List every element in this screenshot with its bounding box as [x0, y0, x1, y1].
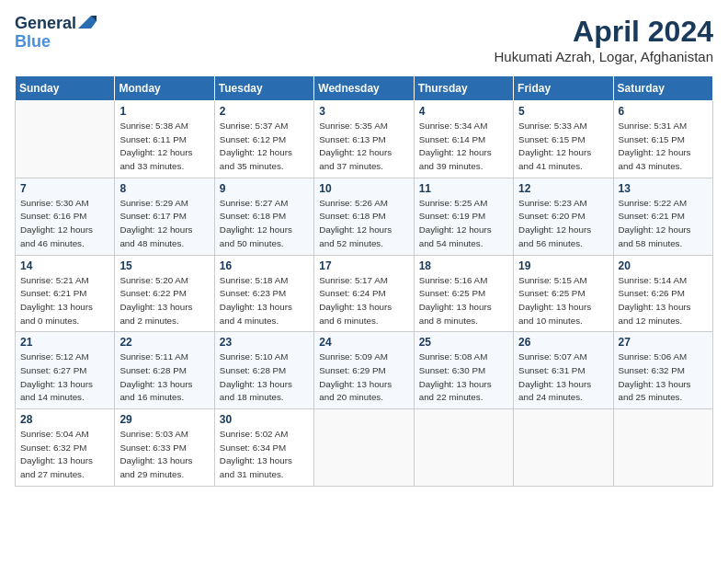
day-info: Sunrise: 5:22 AMSunset: 6:21 PMDaylight:…	[619, 197, 708, 251]
day-number: 22	[119, 336, 209, 349]
day-number: 25	[419, 336, 508, 349]
day-number: 11	[419, 182, 508, 195]
day-number: 13	[619, 182, 708, 195]
month-title: April 2024	[495, 15, 713, 49]
day-info: Sunrise: 5:14 AMSunset: 6:26 PMDaylight:…	[619, 274, 708, 328]
day-info: Sunrise: 5:25 AMSunset: 6:19 PMDaylight:…	[419, 197, 508, 251]
weekday-header-friday: Friday	[514, 76, 613, 101]
calendar-cell	[514, 409, 613, 487]
calendar-cell: 15Sunrise: 5:20 AMSunset: 6:22 PMDayligh…	[115, 255, 214, 332]
calendar-cell	[414, 409, 513, 487]
calendar-cell: 18Sunrise: 5:16 AMSunset: 6:25 PMDayligh…	[414, 255, 513, 332]
calendar-cell: 11Sunrise: 5:25 AMSunset: 6:19 PMDayligh…	[414, 178, 513, 255]
weekday-header-monday: Monday	[115, 76, 214, 101]
calendar-cell: 14Sunrise: 5:21 AMSunset: 6:21 PMDayligh…	[16, 255, 115, 332]
day-number: 2	[220, 105, 309, 118]
day-number: 27	[619, 336, 708, 349]
calendar-cell: 1Sunrise: 5:38 AMSunset: 6:11 PMDaylight…	[115, 101, 214, 178]
calendar-cell: 12Sunrise: 5:23 AMSunset: 6:20 PMDayligh…	[514, 178, 613, 255]
calendar-cell: 9Sunrise: 5:27 AMSunset: 6:18 PMDaylight…	[214, 178, 313, 255]
day-info: Sunrise: 5:16 AMSunset: 6:25 PMDaylight:…	[419, 274, 508, 328]
day-number: 3	[319, 105, 408, 118]
day-number: 23	[220, 336, 309, 349]
calendar-cell: 4Sunrise: 5:34 AMSunset: 6:14 PMDaylight…	[414, 101, 513, 178]
calendar-cell: 28Sunrise: 5:04 AMSunset: 6:32 PMDayligh…	[16, 409, 115, 487]
day-info: Sunrise: 5:26 AMSunset: 6:18 PMDaylight:…	[319, 197, 408, 251]
day-number: 4	[419, 105, 508, 118]
day-number: 1	[119, 105, 209, 118]
calendar-cell: 13Sunrise: 5:22 AMSunset: 6:21 PMDayligh…	[613, 178, 712, 255]
calendar-cell: 3Sunrise: 5:35 AMSunset: 6:13 PMDaylight…	[314, 101, 414, 178]
day-number: 26	[518, 336, 608, 349]
calendar-cell	[613, 409, 712, 487]
day-info: Sunrise: 5:10 AMSunset: 6:28 PMDaylight:…	[220, 350, 309, 405]
calendar-cell: 10Sunrise: 5:26 AMSunset: 6:18 PMDayligh…	[314, 178, 414, 255]
day-number: 18	[419, 259, 508, 272]
day-info: Sunrise: 5:31 AMSunset: 6:15 PMDaylight:…	[619, 120, 708, 174]
day-info: Sunrise: 5:21 AMSunset: 6:21 PMDaylight:…	[20, 274, 109, 328]
day-number: 28	[20, 413, 109, 426]
day-number: 29	[119, 413, 209, 426]
weekday-header-sunday: Sunday	[16, 76, 115, 101]
day-number: 30	[220, 413, 309, 426]
day-info: Sunrise: 5:34 AMSunset: 6:14 PMDaylight:…	[419, 120, 508, 174]
calendar-cell: 27Sunrise: 5:06 AMSunset: 6:32 PMDayligh…	[613, 332, 712, 409]
calendar-cell	[16, 101, 115, 178]
weekday-header-tuesday: Tuesday	[214, 76, 313, 101]
calendar-cell: 8Sunrise: 5:29 AMSunset: 6:17 PMDaylight…	[115, 178, 214, 255]
calendar-cell: 22Sunrise: 5:11 AMSunset: 6:28 PMDayligh…	[115, 332, 214, 409]
day-number: 20	[619, 259, 708, 272]
calendar-cell: 17Sunrise: 5:17 AMSunset: 6:24 PMDayligh…	[314, 255, 414, 332]
weekday-header-wednesday: Wednesday	[314, 76, 414, 101]
calendar-cell: 29Sunrise: 5:03 AMSunset: 6:33 PMDayligh…	[115, 409, 214, 487]
day-number: 14	[20, 259, 109, 272]
calendar-cell: 24Sunrise: 5:09 AMSunset: 6:29 PMDayligh…	[314, 332, 414, 409]
day-info: Sunrise: 5:38 AMSunset: 6:11 PMDaylight:…	[119, 120, 209, 174]
day-number: 17	[319, 259, 408, 272]
day-info: Sunrise: 5:29 AMSunset: 6:17 PMDaylight:…	[119, 197, 209, 251]
day-number: 12	[518, 182, 608, 195]
day-info: Sunrise: 5:30 AMSunset: 6:16 PMDaylight:…	[20, 197, 109, 251]
page-header: General Blue April 2024 Hukumati Azrah, …	[15, 15, 713, 64]
day-info: Sunrise: 5:11 AMSunset: 6:28 PMDaylight:…	[119, 350, 209, 405]
calendar-table: SundayMondayTuesdayWednesdayThursdayFrid…	[15, 75, 713, 487]
day-info: Sunrise: 5:06 AMSunset: 6:32 PMDaylight:…	[619, 350, 708, 405]
day-info: Sunrise: 5:15 AMSunset: 6:25 PMDaylight:…	[518, 274, 608, 328]
calendar-cell	[314, 409, 414, 487]
day-number: 16	[220, 259, 309, 272]
day-info: Sunrise: 5:08 AMSunset: 6:30 PMDaylight:…	[419, 350, 508, 405]
day-info: Sunrise: 5:27 AMSunset: 6:18 PMDaylight:…	[220, 197, 309, 251]
day-info: Sunrise: 5:17 AMSunset: 6:24 PMDaylight:…	[319, 274, 408, 328]
day-number: 7	[20, 182, 109, 195]
day-number: 24	[319, 336, 408, 349]
day-info: Sunrise: 5:23 AMSunset: 6:20 PMDaylight:…	[518, 197, 608, 251]
calendar-cell: 19Sunrise: 5:15 AMSunset: 6:25 PMDayligh…	[514, 255, 613, 332]
day-number: 5	[518, 105, 608, 118]
day-info: Sunrise: 5:02 AMSunset: 6:34 PMDaylight:…	[220, 428, 309, 482]
calendar-cell: 30Sunrise: 5:02 AMSunset: 6:34 PMDayligh…	[214, 409, 313, 487]
day-info: Sunrise: 5:35 AMSunset: 6:13 PMDaylight:…	[319, 120, 408, 174]
calendar-cell: 21Sunrise: 5:12 AMSunset: 6:27 PMDayligh…	[16, 332, 115, 409]
day-info: Sunrise: 5:09 AMSunset: 6:29 PMDaylight:…	[319, 350, 408, 405]
day-info: Sunrise: 5:12 AMSunset: 6:27 PMDaylight:…	[20, 350, 109, 405]
day-info: Sunrise: 5:18 AMSunset: 6:23 PMDaylight:…	[220, 274, 309, 328]
day-number: 8	[119, 182, 209, 195]
calendar-cell: 5Sunrise: 5:33 AMSunset: 6:15 PMDaylight…	[514, 101, 613, 178]
day-number: 19	[518, 259, 608, 272]
day-info: Sunrise: 5:33 AMSunset: 6:15 PMDaylight:…	[518, 120, 608, 174]
calendar-cell: 26Sunrise: 5:07 AMSunset: 6:31 PMDayligh…	[514, 332, 613, 409]
day-number: 6	[619, 105, 708, 118]
weekday-header-thursday: Thursday	[414, 76, 513, 101]
weekday-header-saturday: Saturday	[613, 76, 712, 101]
calendar-cell: 6Sunrise: 5:31 AMSunset: 6:15 PMDaylight…	[613, 101, 712, 178]
day-info: Sunrise: 5:03 AMSunset: 6:33 PMDaylight:…	[119, 428, 209, 482]
day-number: 9	[220, 182, 309, 195]
calendar-cell: 20Sunrise: 5:14 AMSunset: 6:26 PMDayligh…	[613, 255, 712, 332]
day-info: Sunrise: 5:07 AMSunset: 6:31 PMDaylight:…	[518, 350, 608, 405]
day-info: Sunrise: 5:20 AMSunset: 6:22 PMDaylight:…	[119, 274, 209, 328]
day-info: Sunrise: 5:37 AMSunset: 6:12 PMDaylight:…	[220, 120, 309, 174]
calendar-cell: 2Sunrise: 5:37 AMSunset: 6:12 PMDaylight…	[214, 101, 313, 178]
calendar-cell: 23Sunrise: 5:10 AMSunset: 6:28 PMDayligh…	[214, 332, 313, 409]
calendar-cell: 25Sunrise: 5:08 AMSunset: 6:30 PMDayligh…	[414, 332, 513, 409]
day-number: 21	[20, 336, 109, 349]
